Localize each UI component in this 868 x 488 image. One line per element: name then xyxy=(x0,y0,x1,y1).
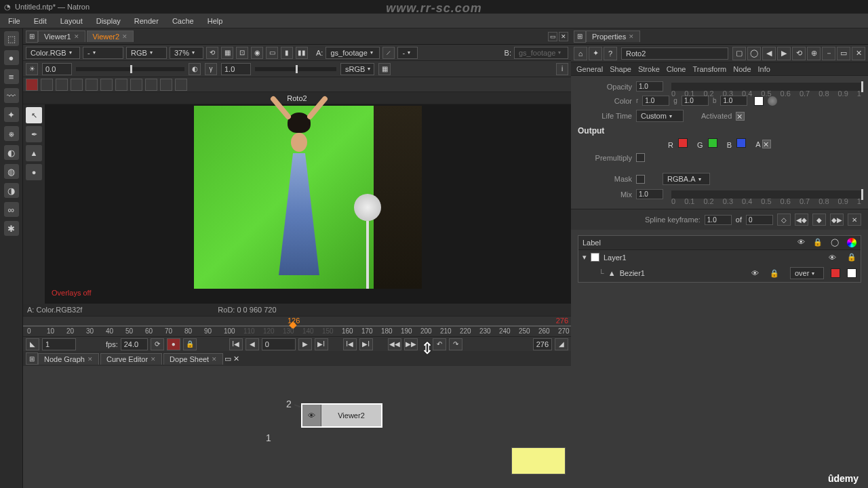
tool-split-icon[interactable]: ◑ xyxy=(4,183,19,198)
first-frame-icon[interactable]: I◀ xyxy=(229,338,243,350)
pane-menu-icon[interactable]: ⊞ xyxy=(574,30,586,43)
g-swatch[interactable] xyxy=(708,138,717,148)
color-wheel-icon[interactable] xyxy=(768,96,777,106)
close-pane-icon[interactable]: ✕ xyxy=(559,32,568,41)
current-frame-field[interactable]: 0 xyxy=(262,338,296,350)
ptab-clone[interactable]: Clone xyxy=(664,64,689,75)
layer-select[interactable]: Color.RGB xyxy=(26,47,80,59)
node-name-field[interactable]: Roto2 xyxy=(621,47,728,60)
tab-viewer2[interactable]: Viewer2✕ xyxy=(87,30,134,42)
sticky-icon[interactable] xyxy=(71,79,83,91)
tab-curveeditor[interactable]: Curve Editor✕ xyxy=(100,353,162,365)
ptab-node[interactable]: Node xyxy=(730,64,753,75)
max-icon[interactable]: ▭ xyxy=(837,47,850,60)
bezier-tool-icon[interactable]: ✒ xyxy=(26,126,42,142)
r-swatch[interactable] xyxy=(678,138,688,148)
tab-nodegraph[interactable]: Node Graph✕ xyxy=(38,353,99,365)
help-icon[interactable]: ? xyxy=(604,47,617,60)
menu-edit[interactable]: Edit xyxy=(28,16,52,26)
hide-icon[interactable]: － xyxy=(822,47,835,60)
a-checkbox[interactable]: ✕ xyxy=(762,140,771,148)
key-clear-icon[interactable]: ✕ xyxy=(848,214,861,226)
close-icon[interactable]: ✕ xyxy=(74,33,79,40)
proxy-icon[interactable]: ⊡ xyxy=(236,47,248,59)
mask-checkbox[interactable] xyxy=(636,175,645,184)
colorspace-select[interactable]: sRGB xyxy=(340,63,374,75)
float-pane-icon[interactable]: ▭ xyxy=(224,354,231,363)
key-add-icon[interactable]: ◆ xyxy=(812,214,826,226)
menu-display[interactable]: Display xyxy=(91,16,126,26)
eye-icon[interactable]: 👁 xyxy=(302,405,321,426)
lock-icon[interactable]: 🔒 xyxy=(183,338,197,350)
prev-key-icon[interactable]: I◀ xyxy=(343,338,357,350)
expand-icon[interactable]: ▾ xyxy=(583,253,587,262)
menu-render[interactable]: Render xyxy=(129,16,164,26)
fps-field[interactable]: 24.0 xyxy=(121,338,148,350)
bezier1-row[interactable]: └ ▲ Bezier1 👁 🔒 over xyxy=(578,264,861,282)
mix-field[interactable] xyxy=(636,189,663,199)
brush-tool-icon[interactable]: ● xyxy=(26,164,42,180)
next-key-icon[interactable]: ▶I xyxy=(359,338,373,350)
gamma-slider[interactable] xyxy=(255,67,336,71)
tool-brush-icon[interactable]: 〰 xyxy=(4,88,19,103)
layer-checkbox[interactable] xyxy=(591,253,599,262)
checker-icon[interactable]: ▦ xyxy=(378,63,391,75)
next-incr-icon[interactable]: ▶▶ xyxy=(404,338,418,350)
channels-select[interactable]: RGB xyxy=(126,47,167,59)
cusp-icon[interactable] xyxy=(130,79,142,91)
premult-checkbox[interactable] xyxy=(636,153,645,162)
featherlink-icon[interactable] xyxy=(41,79,53,91)
shape-color-swatch[interactable] xyxy=(831,268,840,278)
home-icon[interactable]: ⌂ xyxy=(574,47,587,60)
gamma-field[interactable]: 1.0 xyxy=(221,63,251,75)
reset-icon[interactable]: ⟲ xyxy=(792,47,806,60)
prev-frame-icon[interactable]: ◀ xyxy=(245,338,259,350)
undo-icon[interactable]: ◀ xyxy=(762,47,776,60)
tool-color-icon[interactable]: ◐ xyxy=(4,145,19,160)
clip-icon[interactable]: ▦ xyxy=(221,47,233,59)
play-icon[interactable]: ▶ xyxy=(298,338,312,350)
alpha-select[interactable]: - xyxy=(83,47,123,59)
tab-dopesheet[interactable]: Dope Sheet✕ xyxy=(163,353,223,365)
menu-layout[interactable]: Layout xyxy=(55,16,88,26)
tool-image-icon[interactable]: ⬚ xyxy=(4,31,19,46)
add-icon[interactable] xyxy=(100,79,113,91)
tool-lines-icon[interactable]: ≡ xyxy=(4,69,19,84)
pause-b-icon[interactable]: ▮▮ xyxy=(296,47,308,59)
open-icon[interactable] xyxy=(160,79,172,91)
tab-viewer1[interactable]: Viewer1✕ xyxy=(38,30,85,42)
ptab-stroke[interactable]: Stroke xyxy=(635,64,663,75)
tab-properties[interactable]: Properties✕ xyxy=(586,30,640,42)
ptab-shape[interactable]: Shape xyxy=(607,64,634,75)
mask-channel-select[interactable]: RGBA.A xyxy=(663,173,710,185)
key-next-icon[interactable]: ◆▶ xyxy=(830,214,844,226)
b-swatch[interactable] xyxy=(736,138,746,148)
thumbnail-node[interactable] xyxy=(511,447,566,474)
remove-icon[interactable] xyxy=(115,79,127,91)
sync-icon[interactable]: ⟲ xyxy=(206,47,218,59)
close-icon[interactable]: ✕ xyxy=(122,33,127,40)
mix-slider[interactable]: 00.10.20.30.40.50.60.70.80.91 xyxy=(671,190,861,199)
menu-file[interactable]: File xyxy=(3,16,26,26)
autocontrast-icon[interactable]: ◐ xyxy=(189,63,201,75)
zoom-select[interactable]: 37% xyxy=(170,47,203,59)
out-frame-field[interactable]: 276 xyxy=(533,338,552,350)
loop-fwd-icon[interactable]: ↷ xyxy=(449,338,462,350)
close-icon[interactable]: ✕ xyxy=(852,47,865,60)
tool-link-icon[interactable]: ∞ xyxy=(4,202,19,217)
viewer-node[interactable]: 👁 Viewer2 xyxy=(301,403,382,428)
blend-select[interactable]: over xyxy=(790,267,824,279)
b-input-select[interactable]: gs_footage xyxy=(514,47,568,59)
gain-slider[interactable] xyxy=(76,67,184,71)
pause-a-icon[interactable]: ▮ xyxy=(281,47,293,59)
ptab-info[interactable]: Info xyxy=(755,64,773,75)
gamma-icon[interactable]: γ xyxy=(205,63,217,75)
spline-val-field[interactable] xyxy=(705,215,732,225)
tool-star-icon[interactable]: ✱ xyxy=(4,221,19,236)
gain-icon[interactable]: ☀ xyxy=(26,63,38,75)
float-pane-icon[interactable]: ▭ xyxy=(548,32,557,41)
ripple-icon[interactable] xyxy=(85,79,98,91)
color-icon[interactable]: ▢ xyxy=(732,47,746,60)
set-out-icon[interactable]: ◢ xyxy=(555,338,568,350)
menu-help[interactable]: Help xyxy=(202,16,229,26)
